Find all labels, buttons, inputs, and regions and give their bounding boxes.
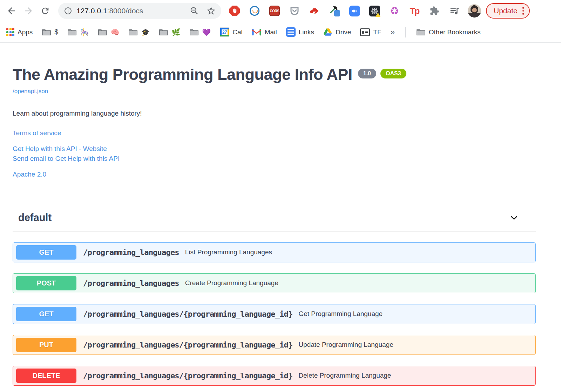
bookmark-folder-brain[interactable]: 🧠 <box>98 28 119 36</box>
color-picker-extension-icon[interactable] <box>328 5 341 17</box>
bookmarks-overflow-chevron[interactable]: » <box>391 28 395 37</box>
other-bookmarks[interactable]: Other Bookmarks <box>416 28 481 36</box>
section-header[interactable]: default <box>13 212 536 232</box>
method-badge: POST <box>16 276 76 290</box>
endpoint-path: /programming_languages/{programming_lang… <box>83 341 292 349</box>
update-label: Update <box>494 7 518 15</box>
bookmark-folder-grad[interactable]: 🎓 <box>128 28 150 36</box>
folder-icon <box>416 28 426 36</box>
reload-button[interactable] <box>39 5 51 17</box>
endpoint-path: /programming_languages <box>83 248 179 257</box>
back-button[interactable] <box>6 5 18 17</box>
folder-icon <box>159 28 168 36</box>
drive-icon <box>323 28 332 36</box>
zoom-out-icon[interactable] <box>190 6 199 15</box>
bookmark-star-icon[interactable] <box>207 6 216 15</box>
endpoint-row-get-language[interactable]: GET /programming_languages/{programming_… <box>13 304 536 324</box>
openapi-json-link[interactable]: /openapi.json <box>13 88 48 95</box>
folder-icon <box>67 28 77 36</box>
back-icon <box>6 6 17 16</box>
chat-bubble-extension-icon[interactable] <box>248 5 261 17</box>
chevron-down-icon[interactable] <box>509 213 519 222</box>
page-info-icon[interactable] <box>64 7 72 15</box>
react-devtools-extension-icon[interactable] <box>368 5 381 17</box>
endpoint-row-list-languages[interactable]: GET /programming_languages List Programm… <box>13 242 536 262</box>
browser-menu-kebab-icon[interactable] <box>522 7 524 15</box>
terms-of-service-link[interactable]: Terms of service <box>13 129 61 137</box>
url-text[interactable]: 127.0.0.1:8000/docs <box>76 7 190 15</box>
calendar-icon: 27 <box>220 27 229 37</box>
reload-icon <box>40 6 50 16</box>
bookmarks-bar: Apps $ 🎠 🧠 🎓 🌿 💜 27 Cal Mail <box>0 22 561 43</box>
bookmark-folder-dollar[interactable]: $ <box>42 28 58 36</box>
section-title: default <box>18 212 52 223</box>
extensions-row: CORS <box>228 5 461 17</box>
bookmark-tf[interactable]: TF <box>360 28 381 36</box>
method-badge: DELETE <box>16 369 76 383</box>
endpoint-path: /programming_languages/{programming_lang… <box>83 371 292 380</box>
profile-avatar[interactable] <box>468 4 481 18</box>
endpoint-path: /programming_languages/{programming_lang… <box>83 310 292 318</box>
endpoint-row-update-language[interactable]: PUT /programming_languages/{programming_… <box>13 335 536 355</box>
default-section: default GET /programming_languages List … <box>13 212 536 386</box>
endpoint-summary: Update Programming Language <box>298 341 393 349</box>
bookmark-drive[interactable]: Drive <box>323 28 351 36</box>
swagger-page: The Amazing Programming Language Info AP… <box>0 43 561 386</box>
method-badge: GET <box>16 307 76 321</box>
endpoint-path: /programming_languages <box>83 279 179 288</box>
recycle-extension-icon[interactable]: ♻︎ <box>388 5 401 17</box>
red-arrow-extension-icon[interactable] <box>308 5 321 17</box>
adblock-extension-icon[interactable] <box>228 5 241 17</box>
forward-button[interactable] <box>22 5 34 17</box>
address-bar[interactable]: 127.0.0.1:8000/docs <box>58 3 221 19</box>
api-description: Learn about programming language history… <box>13 110 548 117</box>
method-badge: PUT <box>16 338 76 352</box>
license-link[interactable]: Apache 2.0 <box>13 171 46 178</box>
folder-icon <box>128 28 138 36</box>
method-badge: GET <box>16 245 76 260</box>
tp-extension-icon[interactable]: Tp <box>408 5 421 17</box>
extensions-puzzle-icon[interactable] <box>428 5 441 17</box>
endpoint-row-create-language[interactable]: POST /programming_languages Create Progr… <box>13 273 536 293</box>
tf-doc-icon <box>360 28 370 36</box>
bookmark-folder-horse[interactable]: 🎠 <box>67 28 89 36</box>
links-icon <box>286 27 296 37</box>
forward-icon <box>23 6 34 16</box>
page-title: The Amazing Programming Language Info AP… <box>13 66 352 83</box>
apps-grid-icon <box>6 28 14 36</box>
version-badge: 1.0 <box>358 69 376 78</box>
endpoint-summary: Get Programming Language <box>298 310 383 318</box>
endpoint-summary: List Programming Languages <box>185 248 272 256</box>
gmail-icon <box>252 28 262 36</box>
folder-icon <box>98 28 107 36</box>
chrome-update-button[interactable]: Update <box>486 3 530 19</box>
folder-icon <box>42 28 51 36</box>
zoom-extension-icon[interactable] <box>348 5 361 17</box>
bookmarks-divider <box>405 27 406 37</box>
endpoint-summary: Delete Programming Language <box>298 372 391 379</box>
folder-icon <box>189 28 199 36</box>
bookmark-links[interactable]: Links <box>286 27 314 37</box>
bookmark-gmail[interactable]: Mail <box>252 28 277 36</box>
browser-toolbar: 127.0.0.1:8000/docs CORS <box>0 0 561 22</box>
media-playlist-icon[interactable] <box>448 5 461 17</box>
cors-extension-icon[interactable]: CORS <box>268 5 281 17</box>
endpoint-row-delete-language[interactable]: DELETE /programming_languages/{programmi… <box>13 366 536 386</box>
help-email-link[interactable]: Send email to Get Help with this API <box>13 155 120 163</box>
bookmark-folder-heart[interactable]: 💜 <box>189 28 211 36</box>
bookmark-calendar[interactable]: 27 Cal <box>220 27 243 37</box>
help-website-link[interactable]: Get Help with this API - Website <box>13 145 107 153</box>
bookmark-apps[interactable]: Apps <box>6 28 33 36</box>
endpoint-summary: Create Programming Language <box>185 279 278 287</box>
bookmark-folder-herb[interactable]: 🌿 <box>159 28 180 36</box>
oas3-badge: OAS3 <box>380 69 406 78</box>
pocket-extension-icon[interactable] <box>288 5 301 17</box>
